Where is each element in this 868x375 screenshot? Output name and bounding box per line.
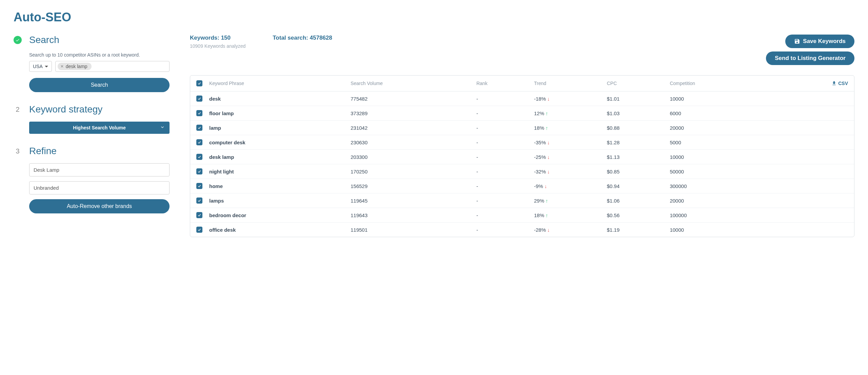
step-strategy-title: Keyword strategy — [29, 104, 102, 115]
table-header-row: Keyword Phrase Search Volume Rank Trend … — [190, 76, 854, 91]
row-checkbox[interactable] — [196, 96, 202, 102]
send-listing-label: Send to Listing Generator — [775, 55, 846, 62]
row-checkbox[interactable] — [196, 125, 202, 131]
arrow-up-icon: ↑ — [546, 125, 548, 131]
csv-label: CSV — [838, 81, 848, 86]
cell-spacer — [770, 106, 854, 121]
cell-rank: - — [473, 223, 531, 237]
arrow-down-icon: ↓ — [547, 169, 550, 174]
country-select[interactable]: USA — [29, 61, 52, 72]
cell-competition: 300000 — [666, 179, 770, 193]
step-number-2: 2 — [14, 105, 22, 113]
cell-cpc: $1.19 — [604, 223, 667, 237]
cell-trend: -32%↓ — [531, 164, 604, 179]
row-checkbox[interactable] — [196, 110, 202, 116]
right-panel: Keywords: 150 10909 Keywords analyzed To… — [190, 35, 854, 237]
caret-down-icon — [45, 66, 48, 67]
select-all-checkbox[interactable] — [196, 80, 202, 86]
table-row: bedroom decor119643-18%↑$0.56100000 — [190, 208, 854, 223]
row-checkbox[interactable] — [196, 212, 202, 218]
cell-volume: 170250 — [347, 164, 473, 179]
strategy-select[interactable]: Highest Search Volume — [29, 122, 170, 134]
row-checkbox[interactable] — [196, 168, 202, 174]
asin-keyword-input[interactable]: ✕ desk lamp — [55, 61, 170, 72]
cell-spacer — [770, 121, 854, 135]
cell-rank: - — [473, 121, 531, 135]
cell-cpc: $1.28 — [604, 135, 667, 150]
arrow-down-icon: ↓ — [547, 140, 550, 145]
refine-input-2[interactable] — [29, 181, 170, 194]
search-button[interactable]: Search — [29, 78, 170, 92]
cell-spacer — [770, 164, 854, 179]
row-checkbox[interactable] — [196, 139, 202, 145]
cell-cpc: $1.01 — [604, 91, 667, 106]
search-tag-label: desk lamp — [66, 64, 87, 69]
arrow-down-icon: ↓ — [545, 183, 547, 189]
cell-cpc: $1.06 — [604, 193, 667, 208]
remove-tag-icon[interactable]: ✕ — [60, 64, 64, 69]
save-keywords-button[interactable]: Save Keywords — [785, 35, 854, 48]
col-volume[interactable]: Search Volume — [347, 76, 473, 91]
step-refine-header: 3 Refine — [14, 146, 170, 157]
row-checkbox[interactable] — [196, 227, 202, 233]
cell-competition: 5000 — [666, 135, 770, 150]
cell-rank: - — [473, 193, 531, 208]
cell-competition: 20000 — [666, 193, 770, 208]
arrow-up-icon: ↑ — [546, 198, 548, 204]
col-cpc[interactable]: CPC — [604, 76, 667, 91]
cell-phrase: desk — [206, 91, 347, 106]
row-checkbox[interactable] — [196, 154, 202, 160]
send-listing-button[interactable]: Send to Listing Generator — [766, 51, 854, 65]
table-row: lamps119645-29%↑$1.0620000 — [190, 193, 854, 208]
cell-volume: 203300 — [347, 150, 473, 164]
col-phrase[interactable]: Keyword Phrase — [206, 76, 347, 91]
analyzed-text: 10909 Keywords analyzed — [190, 43, 245, 49]
cell-rank: - — [473, 164, 531, 179]
cell-cpc: $0.88 — [604, 121, 667, 135]
save-keywords-label: Save Keywords — [803, 38, 846, 45]
cell-trend: -28%↓ — [531, 223, 604, 237]
step-refine-title: Refine — [29, 146, 57, 157]
cell-cpc: $1.13 — [604, 150, 667, 164]
cell-cpc: $0.94 — [604, 179, 667, 193]
download-csv-button[interactable]: CSV — [773, 81, 848, 86]
summary-row: Keywords: 150 10909 Keywords analyzed To… — [190, 35, 854, 65]
chevron-down-icon — [160, 125, 165, 131]
total-search-summary: Total search: 4578628 — [273, 35, 332, 49]
search-tag: ✕ desk lamp — [58, 63, 92, 70]
col-rank[interactable]: Rank — [473, 76, 531, 91]
check-icon — [14, 36, 22, 44]
keywords-label: Keywords: — [190, 35, 221, 41]
cell-phrase: home — [206, 179, 347, 193]
refine-input-1[interactable] — [29, 163, 170, 176]
row-checkbox[interactable] — [196, 197, 202, 204]
col-trend[interactable]: Trend — [531, 76, 604, 91]
cell-volume: 373289 — [347, 106, 473, 121]
cell-volume: 230630 — [347, 135, 473, 150]
step-number-3: 3 — [14, 147, 22, 155]
row-checkbox[interactable] — [196, 183, 202, 189]
cell-phrase: night light — [206, 164, 347, 179]
download-icon — [831, 81, 837, 86]
arrow-down-icon: ↓ — [547, 154, 550, 160]
cell-spacer — [770, 208, 854, 223]
country-value: USA — [33, 64, 43, 69]
cell-trend: -25%↓ — [531, 150, 604, 164]
table-row: office desk119501--28%↓$1.1910000 — [190, 223, 854, 237]
table-row: lamp231042-18%↑$0.8820000 — [190, 121, 854, 135]
cell-rank: - — [473, 179, 531, 193]
keywords-summary: Keywords: 150 10909 Keywords analyzed — [190, 35, 245, 49]
auto-remove-brands-button[interactable]: Auto-Remove other brands — [29, 199, 170, 213]
arrow-up-icon: ↑ — [546, 212, 548, 218]
cell-trend: 29%↑ — [531, 193, 604, 208]
cell-spacer — [770, 91, 854, 106]
cell-spacer — [770, 150, 854, 164]
cell-volume: 119643 — [347, 208, 473, 223]
cell-spacer — [770, 223, 854, 237]
cell-phrase: desk lamp — [206, 150, 347, 164]
cell-spacer — [770, 135, 854, 150]
cell-phrase: bedroom decor — [206, 208, 347, 223]
cell-rank: - — [473, 150, 531, 164]
step-search-title: Search — [29, 35, 59, 45]
col-competition[interactable]: Competition — [666, 76, 770, 91]
